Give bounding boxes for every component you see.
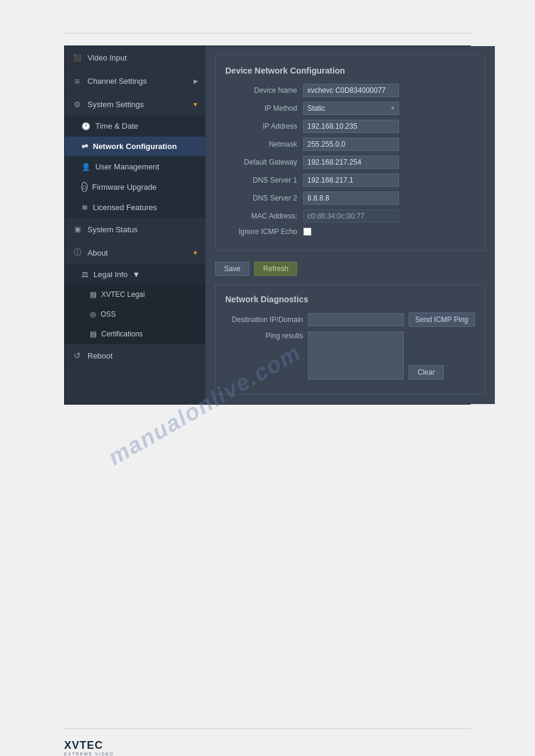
clear-button[interactable]: Clear — [409, 365, 444, 379]
sidebar-item-licensed-features[interactable]: Licensed Features — [65, 198, 205, 218]
label-ping-results: Ping results — [225, 332, 303, 340]
device-config-buttons: Save Refresh — [215, 262, 485, 276]
license-icon — [81, 203, 88, 212]
label-default-gateway: Default Gateway — [225, 158, 303, 166]
sidebar-label-time-date: Time & Date — [95, 122, 138, 130]
firmware-icon — [81, 183, 87, 192]
diagnostics-title: Network Diagnostics — [225, 294, 475, 304]
sidebar-label-about: About — [87, 248, 108, 257]
sidebar-label-reboot: Reboot — [87, 351, 113, 360]
label-ip-address: IP Address — [225, 122, 303, 130]
sidebar-label-system-status: System Status — [87, 225, 138, 234]
label-netmask: Netmask — [225, 140, 303, 148]
refresh-button[interactable]: Refresh — [254, 262, 297, 276]
value-mac: c0:d8:34:0c:00:77 — [303, 210, 399, 223]
sidebar: Video Input Channel Settings ▶ System Se… — [65, 46, 205, 404]
label-icmp: Ignore ICMP Echo — [225, 227, 303, 236]
xvtec-legal-icon — [90, 290, 96, 299]
system-icon — [72, 99, 83, 110]
sidebar-label-channel-settings: Channel Settings — [87, 77, 147, 86]
sidebar-item-reboot[interactable]: Reboot — [65, 344, 205, 368]
logo-area: XVTEC EXTREME VIDEO — [64, 739, 114, 756]
input-dns1[interactable] — [303, 174, 399, 187]
sidebar-item-network-configuration[interactable]: Network Configuration — [65, 136, 205, 157]
sidebar-label-xvtec-legal: XVTEC Legal — [101, 290, 145, 299]
sidebar-item-video-input[interactable]: Video Input — [65, 46, 205, 69]
label-dest-ip: Destination IP/Domain — [225, 315, 303, 324]
sidebar-item-legal-info[interactable]: Legal Info ▼ — [65, 265, 205, 285]
sidebar-label-legal-info: Legal Info — [93, 270, 128, 279]
network-diagnostics-panel: Network Diagnostics Destination IP/Domai… — [215, 284, 485, 394]
sidebar-item-firmware-upgrade[interactable]: Firmware Upgrade — [65, 177, 205, 198]
channel-arrow: ▶ — [194, 78, 198, 84]
user-icon — [81, 162, 90, 171]
sidebar-label-firmware-upgrade: Firmware Upgrade — [92, 183, 157, 192]
select-wrapper-ip-method: Static DHCP — [303, 102, 399, 115]
sidebar-item-system-status[interactable]: System Status — [65, 218, 205, 241]
legal-arrow: ▼ — [132, 270, 140, 279]
sidebar-label-licensed-features: Licensed Features — [93, 203, 157, 212]
sidebar-label-video-input: Video Input — [87, 53, 127, 62]
form-row-ip-method: IP Method Static DHCP — [225, 102, 475, 115]
status-icon — [72, 224, 83, 235]
diag-row-dest: Destination IP/Domain Send ICMP Ping — [225, 312, 475, 327]
select-ip-method[interactable]: Static DHCP — [303, 102, 399, 115]
sidebar-item-xvtec-legal[interactable]: XVTEC Legal — [65, 285, 205, 305]
input-netmask[interactable] — [303, 138, 399, 151]
cert-icon — [90, 330, 96, 338]
network-icon — [81, 142, 88, 151]
device-network-config-panel: Device Network Configuration Device Name… — [215, 56, 485, 251]
label-device-name: Device Name — [225, 86, 303, 95]
form-row-icmp: Ignore ICMP Echo — [225, 227, 475, 236]
label-ip-method: IP Method — [225, 104, 303, 113]
sidebar-item-about[interactable]: About ▼ — [65, 241, 205, 265]
ping-results-area: Ping results Clear — [225, 332, 475, 379]
form-row-netmask: Netmask — [225, 138, 475, 151]
input-ip-address[interactable] — [303, 120, 399, 133]
legal-icon — [81, 270, 89, 279]
label-mac: MAC Address: — [225, 212, 303, 220]
logo-text: XVTEC — [64, 739, 114, 752]
input-dest-ip[interactable] — [308, 313, 404, 326]
sidebar-item-time-date[interactable]: Time & Date — [65, 116, 205, 136]
oss-icon — [90, 310, 96, 318]
sidebar-item-system-settings[interactable]: System Settings ▼ — [65, 93, 205, 116]
ui-container: Video Input Channel Settings ▶ System Se… — [64, 45, 471, 405]
form-row-dns1: DNS Server 1 — [225, 174, 475, 187]
checkbox-icmp[interactable] — [303, 227, 312, 236]
form-row-device-name: Device Name — [225, 84, 475, 97]
sidebar-item-user-management[interactable]: User Management — [65, 157, 205, 177]
label-dns2: DNS Server 2 — [225, 194, 303, 202]
sidebar-item-channel-settings[interactable]: Channel Settings ▶ — [65, 69, 205, 93]
system-arrow: ▼ — [192, 101, 198, 108]
channel-icon — [72, 75, 83, 86]
about-icon — [72, 247, 83, 258]
input-device-name[interactable] — [303, 84, 399, 97]
form-row-dns2: DNS Server 2 — [225, 192, 475, 205]
form-row-ip-address: IP Address — [225, 120, 475, 133]
sidebar-item-certifications[interactable]: Certifications — [65, 324, 205, 344]
about-arrow: ▼ — [192, 250, 198, 256]
sidebar-label-oss: OSS — [101, 310, 116, 318]
ping-results-textarea[interactable] — [308, 332, 404, 379]
device-config-title: Device Network Configuration — [225, 66, 475, 75]
sidebar-label-system-settings: System Settings — [87, 100, 144, 109]
bottom-rule — [64, 728, 471, 729]
logo-subtitle: EXTREME VIDEO — [64, 752, 114, 756]
sidebar-item-oss[interactable]: OSS — [65, 305, 205, 324]
top-rule — [64, 33, 471, 34]
time-icon — [81, 122, 90, 130]
input-dns2[interactable] — [303, 192, 399, 205]
reboot-icon — [72, 350, 83, 361]
sidebar-label-network-configuration: Network Configuration — [93, 142, 177, 151]
sidebar-label-user-management: User Management — [95, 162, 159, 171]
form-row-default-gateway: Default Gateway — [225, 156, 475, 169]
form-row-mac: MAC Address: c0:d8:34:0c:00:77 — [225, 210, 475, 223]
main-content: Device Network Configuration Device Name… — [205, 46, 495, 404]
save-button[interactable]: Save — [215, 262, 249, 276]
video-icon — [72, 52, 83, 63]
page-wrapper: Video Input Channel Settings ▶ System Se… — [0, 33, 535, 756]
sidebar-label-certifications: Certifications — [101, 330, 143, 338]
input-default-gateway[interactable] — [303, 156, 399, 169]
send-icmp-ping-button[interactable]: Send ICMP Ping — [409, 312, 475, 327]
